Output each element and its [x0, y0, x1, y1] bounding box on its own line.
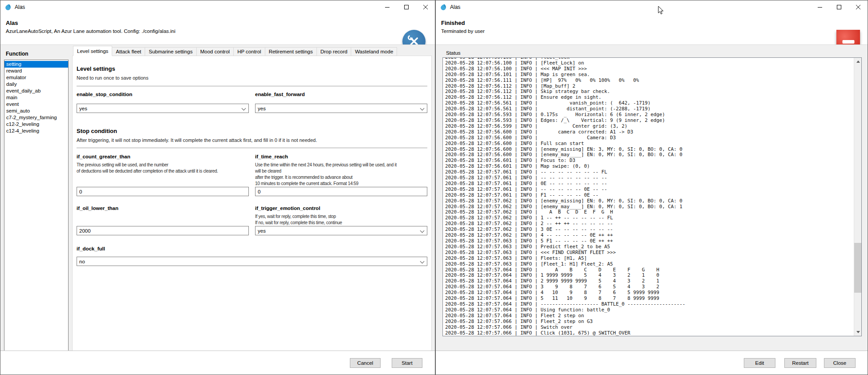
- function-item-label: event: [6, 101, 19, 107]
- tab-label: HP control: [237, 49, 261, 54]
- field-help: Use the time within the next 24 hours, t…: [255, 162, 427, 187]
- maximize-button[interactable]: [829, 0, 848, 14]
- tab-strip: Level settings Attack fleet Submarine se…: [72, 46, 432, 56]
- divider: [77, 148, 427, 148]
- form-row: if_oil_lower_than if_trigger_emotion_con…: [77, 206, 427, 235]
- log-line: 2020-05-28 12:07:56.600 | INFO | Camera:…: [445, 135, 861, 141]
- close-button[interactable]: [416, 0, 435, 14]
- log-line: 2020-05-28 12:07:57.061 | INFO | -- -- -…: [445, 187, 861, 193]
- log-lines: 2020-05-28 12:07:56.100 | INFO | fleet_l…: [443, 57, 861, 336]
- status-subtitle: Terminated by user: [441, 28, 868, 34]
- if-oil-lower-than-input[interactable]: [77, 226, 249, 235]
- restart-button[interactable]: Restart: [784, 358, 816, 368]
- enable-fast-forward-select[interactable]: yes: [255, 104, 427, 113]
- edit-button[interactable]: Edit: [744, 358, 775, 368]
- field-label: if_dock_full: [77, 246, 427, 251]
- form-row: if_count_greater_than The previous setti…: [77, 154, 427, 196]
- log-line: 2020-05-28 12:07:57.063 | INFO | 5 F1 --…: [445, 238, 861, 244]
- function-item-label: semi_auto: [6, 108, 30, 113]
- log-scrollbar[interactable]: [854, 58, 861, 336]
- if-count-greater-than-input[interactable]: [77, 187, 249, 196]
- chevron-down-icon: [420, 106, 425, 111]
- scroll-down-arrow[interactable]: [854, 328, 862, 336]
- level-settings-page: Level settings Need to run once to save …: [72, 56, 432, 351]
- minimize-button[interactable]: [377, 0, 397, 14]
- function-item-label: c12-2_leveling: [6, 121, 39, 127]
- close-button[interactable]: [848, 0, 868, 14]
- minimize-button[interactable]: [810, 0, 829, 14]
- tab[interactable]: Level settings: [73, 46, 112, 56]
- section-title-stop-condition: Stop condition: [77, 128, 427, 134]
- titlebar-left[interactable]: Alas: [0, 0, 435, 14]
- function-listbox[interactable]: setting reward emulator daily event_dail…: [4, 60, 69, 351]
- log-line: 2020-05-28 12:07:56.600 | INFO | camera …: [445, 129, 861, 135]
- log-line: 2020-05-28 12:07:57.063 | INFO | Fleets:…: [445, 256, 861, 262]
- field-help: The previous setting will be used, and t…: [77, 162, 249, 174]
- function-list-item[interactable]: c12-2_leveling: [4, 121, 68, 128]
- function-item-label: event_daily_ab: [6, 88, 41, 93]
- form-row: if_dock_full no: [77, 246, 427, 266]
- section-subtitle: After triggering, it will not stop immed…: [77, 137, 427, 143]
- if-time-reach-input[interactable]: [255, 187, 427, 196]
- chevron-down-icon: [420, 259, 425, 264]
- tab[interactable]: Drop record: [316, 47, 352, 56]
- left-window-body: Function setting reward emulator daily e…: [0, 44, 435, 375]
- function-list-item[interactable]: main: [4, 94, 68, 101]
- tab[interactable]: Submarine settings: [145, 47, 196, 56]
- left-footer: Cancel Start: [0, 351, 435, 375]
- close-window-button[interactable]: Close: [824, 358, 856, 368]
- log-line: 2020-05-28 12:07:57.066 | INFO | Fleet_2…: [445, 319, 861, 325]
- tab[interactable]: Mood control: [196, 47, 234, 56]
- function-list-item[interactable]: setting: [4, 61, 68, 68]
- scrollbar-thumb[interactable]: [854, 243, 862, 293]
- tab-label: Submarine settings: [149, 49, 192, 54]
- field-label: if_trigger_emotion_control: [255, 206, 427, 211]
- function-list-label: Function: [6, 51, 28, 57]
- function-list-item[interactable]: event_daily_ab: [4, 88, 68, 94]
- function-list-item[interactable]: emulator: [4, 74, 68, 81]
- function-list-item[interactable]: c12-4_leveling: [4, 128, 68, 134]
- function-item-label: daily: [6, 81, 17, 87]
- tab-label: Wasteland mode: [355, 49, 393, 54]
- log-line: 2020-05-28 12:07:56.101 | INFO | Map is …: [445, 72, 861, 78]
- cancel-button[interactable]: Cancel: [350, 358, 381, 368]
- if-trigger-emotion-control-select[interactable]: yes: [255, 226, 427, 235]
- function-list-item[interactable]: event: [4, 101, 68, 108]
- divider: [77, 86, 427, 86]
- function-item-label: main: [6, 95, 17, 100]
- select-value: yes: [79, 106, 87, 111]
- log-line: 2020-05-28 12:07:56.593 | INFO | Edges: …: [445, 118, 861, 124]
- select-value: yes: [258, 228, 266, 234]
- function-list-item[interactable]: daily: [4, 81, 68, 88]
- log-output[interactable]: 2020-05-28 12:07:56.100 | INFO | fleet_l…: [442, 57, 862, 336]
- maximize-button[interactable]: [397, 0, 416, 14]
- field-label: enable_fast_forward: [255, 92, 427, 97]
- window-title: Alas: [15, 4, 25, 10]
- titlebar-right[interactable]: Alas: [436, 0, 868, 14]
- function-list-item[interactable]: reward: [4, 68, 68, 74]
- field-label: if_count_greater_than: [77, 154, 249, 159]
- start-button[interactable]: Start: [392, 358, 422, 368]
- tab[interactable]: Retirement settings: [265, 47, 317, 56]
- tab[interactable]: Wasteland mode: [351, 47, 397, 56]
- if-dock-full-select[interactable]: no: [77, 257, 427, 266]
- scroll-up-arrow[interactable]: [854, 58, 862, 65]
- function-item-label: c7-2_mystery_farming: [6, 115, 57, 120]
- enable-stop-condition-select[interactable]: yes: [77, 104, 249, 113]
- function-list-item[interactable]: c7-2_mystery_farming: [4, 114, 68, 121]
- function-list-item[interactable]: semi_auto: [4, 108, 68, 114]
- log-line: 2020-05-28 12:07:57.061 | INFO | -- -- -…: [445, 175, 861, 181]
- log-line: 2020-05-28 12:07:57.066 | INFO | Switch …: [445, 325, 861, 331]
- tab[interactable]: Attack fleet: [112, 47, 145, 56]
- section-title-level-settings: Level settings: [77, 65, 427, 72]
- tab-label: Mood control: [200, 49, 230, 54]
- tab[interactable]: HP control: [233, 47, 265, 56]
- alas-app-icon: [440, 4, 447, 11]
- log-line: 2020-05-28 12:07:56.600 | INFO | Full sc…: [445, 141, 861, 147]
- field-label: enable_stop_condition: [77, 92, 249, 97]
- log-line: 2020-05-28 12:07:57.061 | INFO | F1 -- -…: [445, 193, 861, 198]
- tab-label: Attack fleet: [116, 49, 141, 54]
- log-line: 2020-05-28 12:07:57.064 | INFO | Fleet 2…: [445, 313, 861, 319]
- form-row: enable_stop_condition yes enable_fast_fo…: [77, 92, 427, 113]
- app-header-right: Finished Terminated by user: [436, 14, 868, 44]
